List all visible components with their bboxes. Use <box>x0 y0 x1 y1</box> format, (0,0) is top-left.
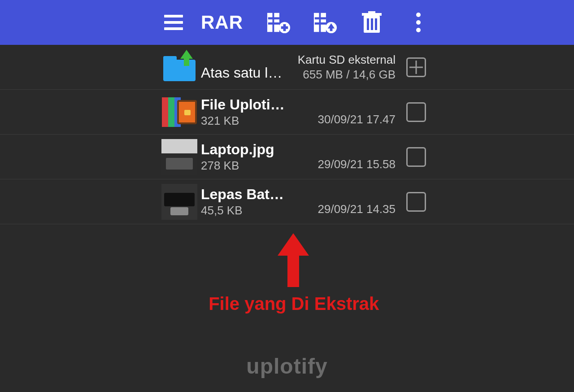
svg-rect-20 <box>367 18 369 30</box>
svg-rect-6 <box>268 22 279 25</box>
hamburger-menu-icon[interactable] <box>161 10 186 35</box>
file-date: 30/09/21 17.47 <box>318 113 396 126</box>
svg-marker-26 <box>278 233 309 287</box>
svg-point-24 <box>416 20 421 25</box>
svg-rect-22 <box>375 18 377 30</box>
file-row[interactable]: Laptop.jpg 278 KB . 29/09/21 15.58 <box>0 135 574 179</box>
file-name: Lepas Baterai Laptop.jpg <box>201 186 288 203</box>
svg-rect-1 <box>164 21 183 24</box>
svg-rect-12 <box>315 17 326 19</box>
file-list: Atas satu level Kartu SD eksternal 655 M… <box>0 45 574 224</box>
annotation-arrow-icon <box>278 233 309 287</box>
file-checkbox[interactable] <box>406 192 426 212</box>
nav-up-row[interactable]: Atas satu level Kartu SD eksternal 655 M… <box>0 45 574 90</box>
svg-rect-13 <box>315 22 326 25</box>
file-name: File Uplotify.rar <box>201 96 288 113</box>
svg-point-25 <box>416 28 421 32</box>
appbar-left: RAR <box>161 10 243 35</box>
annotation-label: File yang Di Ekstrak <box>209 294 379 314</box>
appbar-actions <box>266 0 430 45</box>
file-date: 29/09/21 15.58 <box>318 157 396 171</box>
svg-rect-19 <box>368 11 375 14</box>
file-row[interactable]: File Uplotify.rar 321 KB . 30/09/21 17.4… <box>0 90 574 135</box>
watermark: uplotify <box>246 354 327 379</box>
file-row[interactable]: Lepas Baterai Laptop.jpg 45,5 KB . 29/09… <box>0 179 574 224</box>
svg-rect-16 <box>330 28 333 31</box>
extract-archive-icon[interactable] <box>313 10 337 35</box>
add-archive-icon[interactable] <box>266 10 291 35</box>
image-thumbnail <box>161 139 197 175</box>
file-size: 45,5 KB <box>201 204 288 218</box>
overflow-menu-icon[interactable] <box>406 10 430 35</box>
nav-up-label: Atas satu level <box>201 64 288 81</box>
svg-point-23 <box>416 13 421 17</box>
svg-rect-21 <box>371 18 373 30</box>
file-size: 321 KB <box>201 114 288 128</box>
storage-usage: 655 MB / 14,6 GB <box>303 68 396 82</box>
file-name: Laptop.jpg <box>201 141 288 158</box>
rar-file-icon <box>161 94 197 130</box>
app-title: RAR <box>201 12 243 33</box>
folder-up-icon <box>161 49 197 85</box>
svg-rect-0 <box>164 15 183 17</box>
image-thumbnail <box>161 184 197 220</box>
grid-view-icon[interactable] <box>406 57 426 77</box>
file-size: 278 KB <box>201 159 288 173</box>
file-checkbox[interactable] <box>406 102 426 122</box>
app-bar: RAR <box>0 0 574 45</box>
storage-label: Kartu SD eksternal <box>298 53 396 67</box>
svg-rect-2 <box>164 27 183 30</box>
svg-rect-5 <box>268 17 279 19</box>
file-checkbox[interactable] <box>406 147 426 167</box>
svg-rect-9 <box>281 26 288 29</box>
delete-icon[interactable] <box>360 10 384 35</box>
file-date: 29/09/21 14.35 <box>318 202 396 216</box>
